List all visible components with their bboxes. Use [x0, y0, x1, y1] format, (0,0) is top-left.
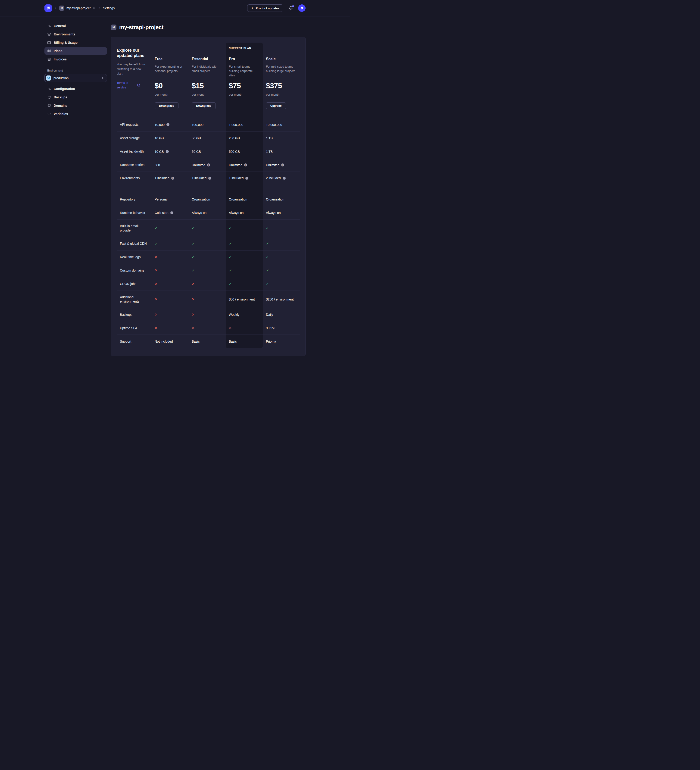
info-icon[interactable]: i	[170, 211, 173, 214]
terms-of-service-link[interactable]: Terms of service	[117, 81, 131, 90]
feature-value-text: $250 / environment	[266, 298, 294, 301]
feature-value: ✕	[151, 308, 188, 321]
sidebar-item-billing[interactable]: Billing & Usage	[44, 39, 107, 46]
feature-value: Organization	[263, 193, 300, 206]
info-icon[interactable]: i	[167, 123, 170, 126]
plans-intro-body: You may benefit from switching to a new …	[117, 62, 148, 76]
feature-value: Weekly	[226, 308, 263, 321]
info-icon[interactable]: i	[246, 176, 248, 180]
info-icon[interactable]: i	[209, 176, 211, 180]
sidebar-item-label: Backups	[54, 95, 67, 99]
feature-row-custom-domains: Custom domains✕✓✓✓	[117, 264, 300, 277]
feature-value-text: Always on	[192, 211, 207, 215]
feature-row-asset-bandwidth: Asset bandwidth10 GBi50 GB500 GB1 TB	[117, 145, 300, 158]
avatar[interactable]	[298, 5, 306, 12]
sidebar-item-domains[interactable]: Domains	[44, 102, 107, 109]
info-icon[interactable]: i	[207, 163, 210, 167]
info-icon[interactable]: i	[166, 150, 169, 153]
strapi-logo-icon	[46, 6, 50, 10]
sort-chevrons-icon	[92, 6, 95, 10]
plan-column-scale: ScaleFor mid-sized teams building large …	[263, 43, 300, 118]
feature-label: Environments	[117, 172, 151, 192]
feature-value: ✕	[188, 308, 225, 321]
feature-value-text: Weekly	[229, 313, 239, 317]
feature-value-text: 500	[155, 163, 160, 167]
plan-name: Free	[155, 57, 185, 61]
feature-row-database-entries: Database entries500UnlimitediUnlimitediU…	[117, 158, 300, 171]
sidebar-item-configuration[interactable]: Configuration	[44, 85, 107, 92]
feature-value-text: 2 included	[266, 176, 281, 180]
feature-value-text: 50 GB	[192, 150, 201, 154]
feature-value: 10,000i	[151, 118, 188, 131]
check-icon: ✓	[266, 255, 269, 259]
project-badge: M	[59, 6, 65, 11]
feature-value: 1 includedi	[188, 172, 225, 192]
feature-label: Asset storage	[117, 131, 151, 145]
feature-label: Asset bandwidth	[117, 145, 151, 158]
downgrade-button-free[interactable]: Downgrade	[155, 102, 178, 109]
feature-value-text: Priority	[266, 340, 276, 343]
feature-value: ✓	[226, 237, 263, 250]
plans-intro-heading: Explore our updated plans	[117, 48, 148, 58]
upgrade-button-scale[interactable]: Upgrade	[266, 102, 286, 109]
info-icon[interactable]: i	[244, 163, 247, 167]
feature-label: Fast & global CDN	[117, 237, 151, 250]
downgrade-button-essential[interactable]: Downgrade	[192, 102, 215, 109]
sidebar-item-general[interactable]: General	[44, 22, 107, 30]
info-icon[interactable]: i	[283, 176, 286, 180]
feature-value: ✓	[263, 264, 300, 277]
feature-row-real-time-logs: Real-time logs✕✓✓✓	[117, 250, 300, 264]
notifications-button[interactable]	[289, 6, 293, 10]
feature-label: Support	[117, 335, 151, 348]
environment-select[interactable]: production	[44, 74, 107, 82]
feature-value: 1 includedi	[226, 172, 263, 192]
project-selector[interactable]: M my-strapi-project	[59, 6, 95, 11]
feature-value: Unlimitedi	[188, 159, 225, 171]
cross-icon: ✕	[192, 312, 195, 317]
feature-row-support: SupportNot IncludedBasicBasicPriority	[117, 335, 300, 348]
check-icon: ✓	[229, 269, 232, 273]
sliders-icon	[47, 87, 51, 91]
sidebar-item-invoices[interactable]: Invoices	[44, 55, 107, 63]
feature-value: 100,000	[188, 118, 225, 131]
feature-label: Backups	[117, 308, 151, 321]
feature-value: 250 GB	[226, 131, 263, 145]
check-icon: ✓	[266, 282, 269, 286]
feature-value: Personal	[151, 193, 188, 206]
main-content: M my-strapi-project Explore our updated …	[107, 16, 306, 356]
plan-name: Scale	[266, 57, 296, 61]
chevron-updown-icon	[101, 76, 104, 80]
feature-label: Built-in email provider	[117, 220, 151, 237]
notification-dot	[292, 5, 294, 7]
sidebar-item-plans[interactable]: Plans	[44, 47, 107, 55]
sidebar-item-label: Billing & Usage	[54, 41, 78, 44]
strapi-logo[interactable]	[44, 5, 52, 12]
feature-value-text: Organization	[192, 197, 210, 201]
feature-value-text: 10,000,000	[266, 123, 282, 127]
cross-icon: ✕	[229, 326, 232, 330]
feature-label: Real-time logs	[117, 251, 151, 264]
info-icon[interactable]: i	[281, 163, 284, 167]
feature-value: ✕	[151, 251, 188, 264]
sidebar-item-variables[interactable]: Variables	[44, 110, 107, 118]
feature-label: Custom domains	[117, 264, 151, 277]
feature-value: Not Included	[151, 335, 188, 348]
feature-row-uptime-sla: Uptime SLA✕✕✕99.9%	[117, 321, 300, 335]
check-icon: ✓	[192, 226, 195, 230]
sidebar-item-label: Invoices	[54, 57, 67, 61]
info-icon[interactable]: i	[171, 176, 174, 180]
breadcrumb-settings[interactable]: Settings	[103, 6, 115, 10]
top-navbar: / M my-strapi-project / Settings ✦ Produ…	[0, 0, 350, 16]
sidebar-item-environments[interactable]: Environments	[44, 31, 107, 38]
check-icon: ✓	[192, 255, 195, 259]
environment-section-label: Environment	[47, 69, 104, 72]
plan-description: For experimenting or personal projects	[155, 65, 185, 78]
feature-value: ✓	[263, 277, 300, 291]
sliders-icon	[47, 24, 51, 28]
feature-row-additional-environments: Additional environments✕✕$50 / environme…	[117, 291, 300, 308]
feature-row-asset-storage: Asset storage10 GB50 GB250 GB1 TB	[117, 131, 300, 145]
product-updates-button[interactable]: ✦ Product updates	[247, 5, 283, 12]
feature-value: Organization	[226, 193, 263, 206]
sidebar-item-backups[interactable]: Backups	[44, 94, 107, 101]
check-icon: ✓	[266, 241, 269, 246]
